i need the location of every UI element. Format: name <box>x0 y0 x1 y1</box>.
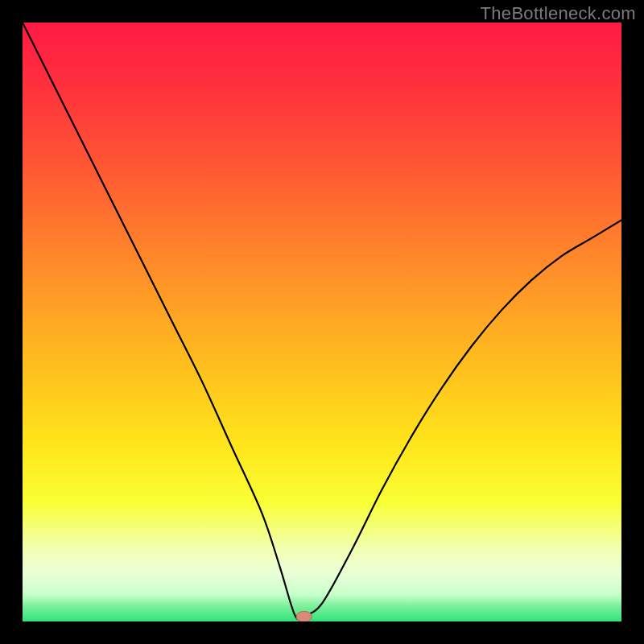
gradient-rect <box>23 23 621 621</box>
watermark-text: TheBottleneck.com <box>481 3 636 24</box>
plot-svg <box>23 23 621 621</box>
chart-frame: TheBottleneck.com <box>0 0 644 644</box>
plot-area <box>23 23 621 621</box>
optimal-point-marker <box>296 611 312 621</box>
